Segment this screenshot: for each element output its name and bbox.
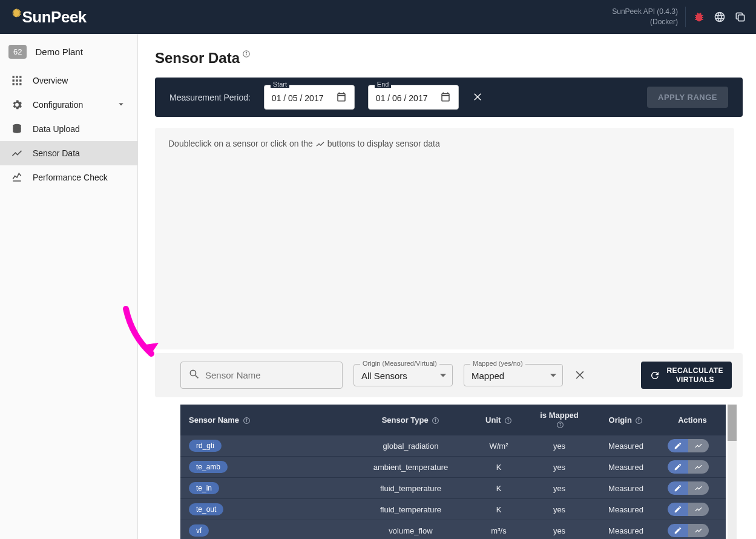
svg-point-19 [639,418,639,419]
edit-button[interactable] [668,460,688,474]
sidebar-item-sensor-data[interactable]: Sensor Data [0,141,137,165]
edit-button[interactable] [668,503,688,516]
table-scrollbar[interactable] [728,405,737,539]
sensor-unit: K [472,499,526,520]
search-icon [188,368,200,382]
main-content: Sensor Data Measurement Period: Start 01… [138,34,756,539]
sensor-origin: Measured [593,478,659,499]
start-date-value: 01 / 05 / 2017 [272,93,324,103]
trend-icon [315,139,325,149]
svg-point-16 [559,423,560,424]
sidebar-item-data-upload[interactable]: Data Upload [0,117,137,141]
end-date-value: 01 / 06 / 2017 [376,93,428,103]
clear-filters-button[interactable] [574,368,586,382]
hint-text-b: buttons to display sensor data [327,139,440,148]
table-row[interactable]: vfvolume_flowm³/syesMeasured [180,520,726,539]
svg-rect-0 [738,15,744,21]
sensor-actions [659,435,726,457]
sensor-chip[interactable]: te_out [189,503,223,515]
sun-icon: ✺ [12,7,21,20]
plot-button[interactable] [688,439,709,452]
apply-range-button[interactable]: APPLY RANGE [647,87,728,108]
sensor-search-input[interactable] [180,362,343,389]
page-title: Sensor Data [155,50,749,67]
sensor-table: Sensor Name Sensor Type Unit is Map [180,405,726,539]
clear-dates-button[interactable] [472,91,483,104]
sensor-type: ambient_temperature [350,457,472,478]
sensor-unit: m³/s [472,520,526,539]
th-origin[interactable]: Origin [593,405,659,435]
plant-name: Demo Plant [35,47,82,57]
table-row[interactable]: rd_gtiglobal_radiationW/m²yesMeasured [180,435,726,457]
sidebar-item-performance-check[interactable]: Performance Check [0,165,137,190]
sensor-chip[interactable]: te_in [189,482,219,494]
mapped-select[interactable]: Mapped (yes/no) Mapped [464,364,563,386]
sidebar-item-configuration[interactable]: Configuration [0,93,137,117]
sensor-unit: K [472,478,526,499]
th-unit[interactable]: Unit [472,405,526,435]
sensor-chip[interactable]: te_amb [189,461,228,473]
origin-select[interactable]: Origin (Measured/Virtual) All Sensors [353,364,453,386]
app-logo[interactable]: ✺ SunPeek [12,8,87,27]
info-icon [556,421,564,429]
recalculate-virtuals-button[interactable]: RECALCULATE VIRTUALS [641,362,732,389]
docker-text: (Docker) [612,17,678,27]
chevron-down-icon [550,374,556,377]
dashboard-icon [11,74,23,87]
sensor-mapped: yes [526,520,593,539]
mapped-value: Mapped [472,371,504,381]
plant-id-badge: 62 [8,45,27,59]
calendar-icon [336,91,347,104]
th-is-mapped[interactable]: is Mapped [526,405,593,435]
globe-icon[interactable] [712,10,727,24]
edit-button[interactable] [668,524,688,537]
search-field[interactable] [205,370,335,380]
start-date-input[interactable]: Start 01 / 05 / 2017 [264,85,355,110]
sensor-mapped: yes [526,499,593,520]
copy-icon[interactable] [733,10,748,24]
sensor-unit: K [472,457,526,478]
chevron-down-icon [440,374,446,377]
table-row[interactable]: te_influid_temperatureKyesMeasured [180,478,726,499]
th-sensor-type[interactable]: Sensor Type [350,405,472,435]
sensor-table-container: Sensor Name Sensor Type Unit is Map [180,405,726,539]
plot-button[interactable] [688,524,709,537]
origin-value: All Sensors [361,371,407,381]
filter-bar: Origin (Measured/Virtual) All Sensors Ma… [155,353,743,397]
sidebar-item-overview[interactable]: Overview [0,68,137,93]
edit-button[interactable] [668,481,688,495]
plot-button[interactable] [688,460,709,474]
info-icon[interactable] [242,50,251,60]
th-sensor-name[interactable]: Sensor Name [180,405,350,435]
plant-selector[interactable]: 62 Demo Plant [0,45,137,68]
sensor-type: fluid_temperature [350,478,472,499]
sensor-actions [659,520,726,539]
sidebar: 62 Demo Plant Overview Configuration Dat… [0,34,138,539]
bug-icon[interactable] [692,10,706,24]
sensor-origin: Measured [593,435,659,457]
sensor-unit: W/m² [472,435,526,457]
svg-point-7 [246,418,247,419]
sensor-chip[interactable]: vf [189,524,209,537]
plot-button[interactable] [688,481,709,495]
sidebar-item-label: Data Upload [33,124,80,134]
chevron-down-icon [116,99,127,111]
sensor-chip[interactable]: rd_gti [189,440,222,452]
sensor-mapped: yes [526,478,593,499]
sensor-actions [659,499,726,520]
database-icon [11,123,23,135]
sidebar-item-label: Performance Check [33,173,108,182]
sensor-origin: Measured [593,457,659,478]
th-actions: Actions [659,405,726,435]
sensor-actions [659,457,726,478]
sidebar-item-label: Sensor Data [33,148,80,158]
table-row[interactable]: te_ambambient_temperatureKyesMeasured [180,457,726,478]
end-date-input[interactable]: End 01 / 06 / 2017 [368,85,459,110]
svg-point-10 [435,418,436,419]
edit-button[interactable] [668,439,688,452]
chart-icon [11,171,23,184]
plot-button[interactable] [688,503,709,516]
hint-text-a: Doubleclick on a sensor or click on the [168,139,313,148]
table-row[interactable]: te_outfluid_temperatureKyesMeasured [180,499,726,520]
svg-point-13 [508,418,508,419]
